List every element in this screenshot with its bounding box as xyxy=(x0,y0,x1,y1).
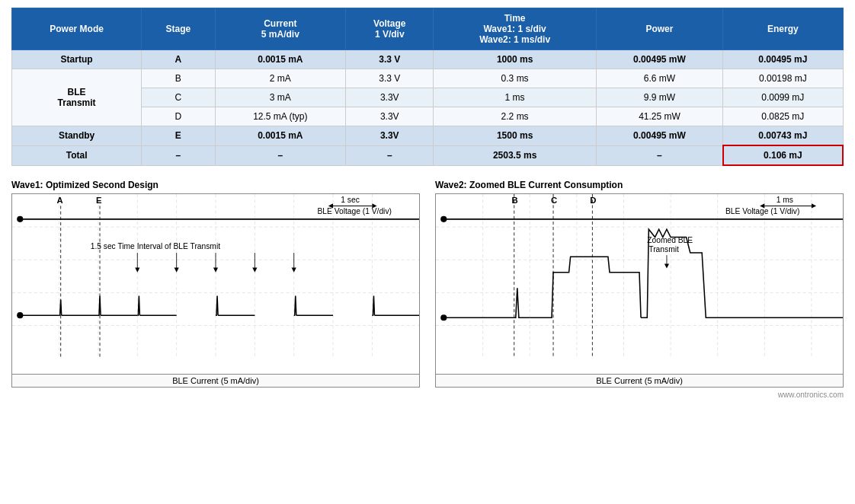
cell-current: 3 mA xyxy=(215,88,346,107)
cell-power: 6.6 mW xyxy=(596,69,722,88)
cell-current: 0.0015 mA xyxy=(215,126,346,146)
cell-power: 9.9 mW xyxy=(596,88,722,107)
cell-power: 0.00495 mW xyxy=(596,50,722,69)
cell-mode: BLETransmit xyxy=(12,69,142,126)
cell-energy: 0.00743 mJ xyxy=(723,126,843,146)
svg-text:1 sec: 1 sec xyxy=(341,196,360,204)
col-header-mode: Power Mode xyxy=(12,8,142,50)
cell-energy: 0.00495 mJ xyxy=(723,50,843,69)
col-header-energy: Energy xyxy=(723,8,843,50)
watermark: www.ontronics.com xyxy=(11,391,844,399)
cell-voltage: 3.3V xyxy=(346,126,434,146)
cell-time: 0.3 ms xyxy=(434,69,596,88)
cell-stage: C xyxy=(142,88,215,107)
svg-point-33 xyxy=(17,312,23,318)
svg-point-34 xyxy=(17,216,23,222)
cell-voltage: 3.3 V xyxy=(346,50,434,69)
svg-point-63 xyxy=(440,216,447,222)
wave2-title: Wave2: Zoomed BLE Current Consumption xyxy=(435,180,844,190)
wave1-box: BLE Voltage (1 V/div) xyxy=(11,193,420,388)
cell-power: 41.25 mW xyxy=(596,107,722,126)
svg-text:1.5 sec Time Interval of BLE T: 1.5 sec Time Interval of BLE Transmit xyxy=(91,242,220,250)
col-header-time: TimeWave1: 1 s/divWave2: 1 ms/div xyxy=(434,8,596,50)
svg-marker-32 xyxy=(292,268,296,273)
cell-energy: 0.106 mJ xyxy=(723,145,843,165)
cell-current: 12.5 mA (typ) xyxy=(215,107,346,126)
svg-marker-26 xyxy=(175,268,179,273)
cell-mode: Standby xyxy=(12,126,142,146)
svg-text:B: B xyxy=(512,196,518,205)
wave2-current-label: BLE Current (5 mA/div) xyxy=(436,374,843,387)
svg-text:C: C xyxy=(551,196,557,205)
svg-text:A: A xyxy=(57,196,63,205)
svg-marker-56 xyxy=(812,203,816,208)
svg-marker-30 xyxy=(252,268,257,273)
svg-text:E: E xyxy=(96,196,102,205)
cell-stage: A xyxy=(142,50,215,69)
wave1-svg: BLE Voltage (1 V/div) xyxy=(12,194,419,374)
cell-power: – xyxy=(596,145,722,165)
cell-voltage: 3.3 V xyxy=(346,69,434,88)
col-header-current: Current5 mA/div xyxy=(215,8,346,50)
cell-stage: – xyxy=(142,145,215,165)
wave1-current-label: BLE Current (5 mA/div) xyxy=(12,374,419,387)
svg-marker-28 xyxy=(213,268,218,273)
cell-voltage: 3.3V xyxy=(346,107,434,126)
cell-stage: D xyxy=(142,107,215,126)
power-table: Power Mode Stage Current5 mA/div Voltage… xyxy=(11,8,844,166)
cell-voltage: 3.3V xyxy=(346,88,434,107)
col-header-power: Power xyxy=(596,8,722,50)
cell-time: 2.2 ms xyxy=(434,107,596,126)
cell-current: – xyxy=(215,145,346,165)
wave2-box: BLE Voltage (1 V/div) B C D xyxy=(435,193,844,388)
cell-mode: Total xyxy=(12,145,142,165)
cell-current: 0.0015 mA xyxy=(215,50,346,69)
cell-stage: E xyxy=(142,126,215,146)
svg-text:D: D xyxy=(590,196,596,205)
wave2-container: Wave2: Zoomed BLE Current Consumption xyxy=(435,180,844,388)
svg-text:Zoomed BLE: Zoomed BLE xyxy=(647,236,693,244)
cell-power: 0.00495 mW xyxy=(596,126,722,146)
col-header-voltage: Voltage1 V/div xyxy=(346,8,434,50)
cell-current: 2 mA xyxy=(215,69,346,88)
cell-time: 1000 ms xyxy=(434,50,596,69)
cell-energy: 0.00198 mJ xyxy=(723,69,843,88)
cell-mode: Startup xyxy=(12,50,142,69)
cell-energy: 0.0099 mJ xyxy=(723,88,843,107)
cell-time: 1500 ms xyxy=(434,126,596,146)
wave2-svg: BLE Voltage (1 V/div) B C D xyxy=(436,194,843,374)
svg-text:BLE Voltage (1 V/div): BLE Voltage (1 V/div) xyxy=(317,207,391,215)
svg-marker-61 xyxy=(664,263,669,268)
waveforms-section: Wave1: Optimized Second Design xyxy=(11,180,844,388)
cell-stage: B xyxy=(142,69,215,88)
wave1-container: Wave1: Optimized Second Design xyxy=(11,180,420,388)
svg-text:1 ms: 1 ms xyxy=(777,196,793,204)
svg-marker-24 xyxy=(135,268,139,273)
cell-energy: 0.0825 mJ xyxy=(723,107,843,126)
wave1-title: Wave1: Optimized Second Design xyxy=(11,180,420,190)
col-header-stage: Stage xyxy=(142,8,215,50)
cell-time: 1 ms xyxy=(434,88,596,107)
cell-time: 2503.5 ms xyxy=(434,145,596,165)
svg-point-62 xyxy=(440,314,447,321)
svg-text:BLE Voltage (1 V/div): BLE Voltage (1 V/div) xyxy=(725,207,799,215)
svg-text:Transmit: Transmit xyxy=(648,245,679,254)
cell-voltage: – xyxy=(346,145,434,165)
